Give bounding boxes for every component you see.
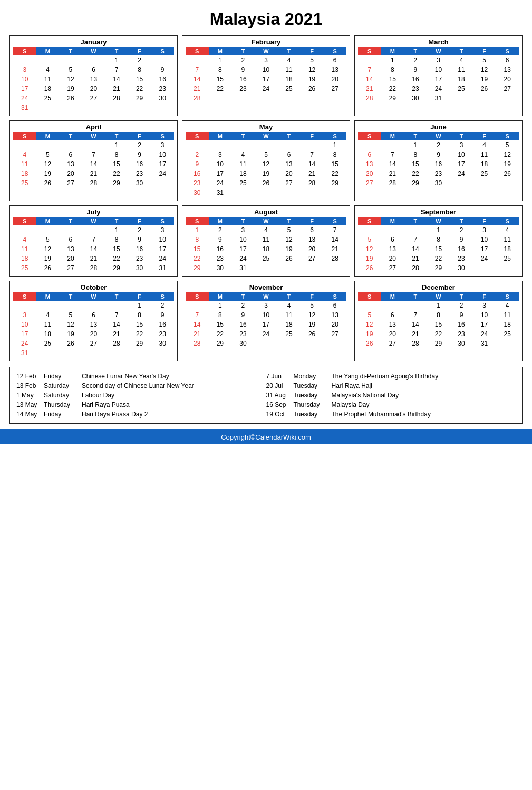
day-cell: 21 <box>358 84 381 93</box>
day-cell <box>358 55 381 65</box>
day-cell <box>59 348 82 358</box>
day-cell <box>82 301 105 310</box>
day-cell: 26 <box>301 84 324 93</box>
day-header: T <box>450 292 473 301</box>
day-cell <box>82 225 105 235</box>
month-title: September <box>358 208 519 216</box>
day-cell: 23 <box>128 169 151 178</box>
day-cell: 6 <box>496 55 519 65</box>
day-cell: 25 <box>496 254 519 263</box>
week-row: 18192021222324 <box>13 169 174 178</box>
day-cell: 26 <box>59 93 82 103</box>
day-cell: 21 <box>186 84 209 93</box>
holiday-name: Malaysia Day <box>332 401 516 408</box>
day-cell: 6 <box>301 225 324 235</box>
day-cell: 10 <box>13 320 36 329</box>
day-cell <box>36 348 60 358</box>
day-cell: 28 <box>105 93 128 103</box>
day-cell: 4 <box>255 225 278 235</box>
day-cell: 22 <box>427 329 450 339</box>
day-cell <box>496 263 519 273</box>
month-title: July <box>13 208 174 216</box>
holidays-left: 12 FebFridayChinese Lunar New Year's Day… <box>16 372 266 419</box>
page-title: Malaysia 2021 <box>0 0 532 35</box>
day-cell: 31 <box>473 339 496 348</box>
day-cell: 3 <box>255 301 278 310</box>
month-box-may: MaySMTWTFS123456789101112131415161718192… <box>182 120 350 201</box>
day-cell: 26 <box>358 263 381 273</box>
day-cell <box>13 55 36 65</box>
day-cell <box>128 103 151 112</box>
day-cell: 19 <box>36 169 60 178</box>
week-row: 20212223242526 <box>358 169 519 178</box>
day-cell: 25 <box>277 329 301 339</box>
day-cell <box>186 55 209 65</box>
day-cell: 15 <box>128 74 151 84</box>
day-cell: 22 <box>128 84 151 93</box>
day-header: T <box>231 132 255 140</box>
day-header: S <box>151 132 174 140</box>
day-cell: 28 <box>105 339 128 348</box>
day-cell: 21 <box>381 169 404 178</box>
day-cell: 2 <box>231 301 255 310</box>
day-cell: 2 <box>209 225 232 235</box>
day-cell <box>277 188 301 197</box>
day-cell: 3 <box>209 150 232 159</box>
day-cell: 29 <box>323 178 346 188</box>
holiday-name: Hari Raya Puasa <box>82 401 266 408</box>
day-cell: 15 <box>209 74 232 84</box>
day-header: S <box>496 292 519 301</box>
day-cell: 19 <box>255 169 278 178</box>
day-cell: 7 <box>301 150 324 159</box>
day-cell: 11 <box>496 235 519 244</box>
day-header: S <box>13 47 36 55</box>
day-cell: 7 <box>82 150 105 159</box>
day-cell: 25 <box>231 178 255 188</box>
day-cell <box>473 263 496 273</box>
day-cell: 27 <box>323 329 346 339</box>
day-cell: 26 <box>36 178 60 188</box>
day-cell <box>496 178 519 188</box>
holiday-day: Tuesday <box>294 382 332 389</box>
day-cell: 30 <box>151 339 174 348</box>
day-cell: 6 <box>277 150 301 159</box>
week-row: 2345678 <box>186 150 346 159</box>
calendar-table: SMTWTFS123456789101112131415161718192021… <box>186 47 346 103</box>
day-cell: 20 <box>277 169 301 178</box>
day-cell: 10 <box>427 65 450 74</box>
day-cell: 1 <box>404 140 427 150</box>
day-cell: 10 <box>13 74 36 84</box>
day-cell: 11 <box>36 320 60 329</box>
day-cell: 9 <box>231 310 255 320</box>
week-row: 12345 <box>358 140 519 150</box>
day-header: W <box>82 217 105 225</box>
day-header: F <box>473 132 496 140</box>
day-cell: 1 <box>105 55 128 65</box>
day-cell: 3 <box>255 55 278 65</box>
month-box-december: DecemberSMTWTFS1234567891011121314151617… <box>354 281 523 361</box>
holiday-row: 20 JulTuesdayHari Raya Haji <box>266 381 516 391</box>
day-cell: 28 <box>323 254 346 263</box>
day-cell: 3 <box>450 140 473 150</box>
day-cell <box>450 93 473 103</box>
day-cell: 22 <box>404 169 427 178</box>
week-row: 11121314151617 <box>13 159 174 169</box>
day-cell: 18 <box>450 74 473 84</box>
week-row: 13141516171819 <box>358 159 519 169</box>
calendar-table: SMTWTFS123456789101112131415161718192021… <box>358 292 519 348</box>
holiday-row: 31 AugTuesdayMalaysia's National Day <box>266 391 516 400</box>
day-cell: 9 <box>151 65 174 74</box>
day-cell: 24 <box>255 329 278 339</box>
holiday-day: Tuesday <box>294 392 332 399</box>
day-cell: 30 <box>209 263 232 273</box>
day-header: T <box>450 217 473 225</box>
week-row: 16171819202122 <box>186 169 346 178</box>
week-row: 78910111213 <box>186 65 346 74</box>
day-cell: 16 <box>450 244 473 254</box>
day-cell: 25 <box>255 254 278 263</box>
day-cell: 8 <box>105 150 128 159</box>
day-cell: 18 <box>36 329 60 339</box>
week-row: 28 <box>186 93 346 103</box>
month-box-july: JulySMTWTFS12345678910111213141516171819… <box>9 205 178 277</box>
day-cell: 24 <box>427 84 450 93</box>
